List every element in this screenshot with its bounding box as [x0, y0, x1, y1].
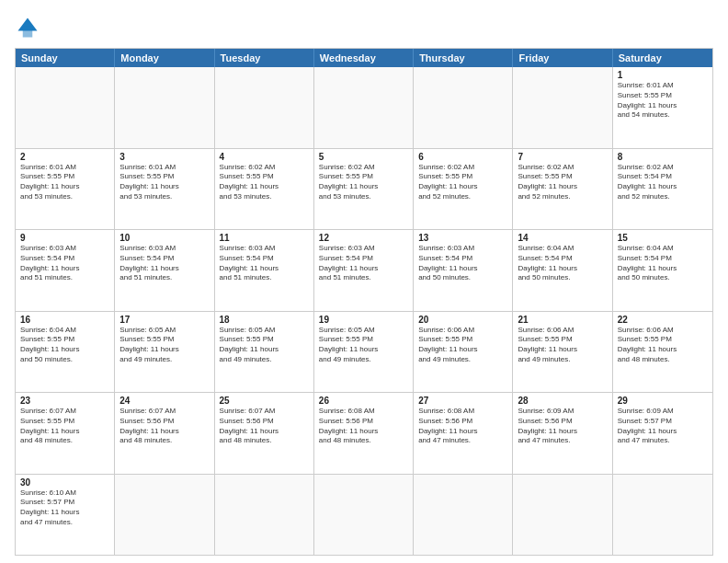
- day-info: Sunrise: 6:10 AM Sunset: 5:57 PM Dayligh…: [20, 488, 109, 528]
- cal-cell-11: 11Sunrise: 6:03 AM Sunset: 5:54 PM Dayli…: [215, 230, 314, 311]
- day-number: 3: [119, 152, 209, 162]
- day-number: 30: [20, 477, 109, 488]
- day-number: 20: [418, 315, 507, 325]
- day-info: Sunrise: 6:07 AM Sunset: 5:55 PM Dayligh…: [20, 407, 109, 446]
- cal-cell-12: 12Sunrise: 6:03 AM Sunset: 5:54 PM Dayli…: [314, 230, 414, 311]
- cal-cell-empty-3: [314, 475, 414, 556]
- header-day-wednesday: Wednesday: [314, 49, 414, 67]
- page: SundayMondayTuesdayWednesdayThursdayFrid…: [0, 0, 728, 563]
- cal-cell-2: 2Sunrise: 6:01 AM Sunset: 5:55 PM Daylig…: [16, 149, 115, 230]
- svg-marker-1: [23, 26, 33, 37]
- day-number: 1: [618, 70, 708, 80]
- cal-cell-19: 19Sunrise: 6:05 AM Sunset: 5:55 PM Dayli…: [314, 312, 414, 393]
- day-number: 29: [618, 396, 708, 406]
- day-number: 18: [220, 315, 309, 325]
- cal-cell-13: 13Sunrise: 6:03 AM Sunset: 5:54 PM Dayli…: [414, 230, 513, 311]
- day-number: 14: [518, 233, 607, 243]
- day-info: Sunrise: 6:05 AM Sunset: 5:55 PM Dayligh…: [119, 326, 209, 365]
- cal-cell-17: 17Sunrise: 6:05 AM Sunset: 5:55 PM Dayli…: [115, 312, 214, 393]
- cal-row-1: 2Sunrise: 6:01 AM Sunset: 5:55 PM Daylig…: [16, 149, 712, 231]
- day-info: Sunrise: 6:06 AM Sunset: 5:55 PM Dayligh…: [618, 326, 708, 365]
- cal-cell-24: 24Sunrise: 6:07 AM Sunset: 5:56 PM Dayli…: [115, 393, 214, 474]
- day-info: Sunrise: 6:09 AM Sunset: 5:56 PM Dayligh…: [518, 407, 607, 446]
- day-info: Sunrise: 6:03 AM Sunset: 5:54 PM Dayligh…: [220, 244, 309, 283]
- day-number: 28: [518, 396, 607, 406]
- cal-cell-empty-6: [613, 475, 712, 556]
- cal-cell-empty-2: [215, 475, 314, 556]
- cal-cell-16: 16Sunrise: 6:04 AM Sunset: 5:55 PM Dayli…: [16, 312, 115, 393]
- calendar-header: SundayMondayTuesdayWednesdayThursdayFrid…: [16, 49, 712, 67]
- day-info: Sunrise: 6:06 AM Sunset: 5:55 PM Dayligh…: [418, 326, 507, 365]
- cal-cell-empty-2: [215, 67, 314, 148]
- day-number: 10: [119, 233, 209, 243]
- cal-cell-6: 6Sunrise: 6:02 AM Sunset: 5:55 PM Daylig…: [414, 149, 513, 230]
- cal-cell-empty-5: [513, 475, 612, 556]
- cal-cell-empty-1: [115, 475, 214, 556]
- cal-cell-9: 9Sunrise: 6:03 AM Sunset: 5:54 PM Daylig…: [16, 230, 115, 311]
- day-info: Sunrise: 6:04 AM Sunset: 5:55 PM Dayligh…: [20, 326, 109, 365]
- cal-cell-22: 22Sunrise: 6:06 AM Sunset: 5:55 PM Dayli…: [613, 312, 712, 393]
- cal-cell-3: 3Sunrise: 6:01 AM Sunset: 5:55 PM Daylig…: [115, 149, 214, 230]
- cal-cell-empty-4: [414, 475, 513, 556]
- day-number: 15: [618, 233, 708, 243]
- day-number: 4: [220, 152, 309, 162]
- day-number: 16: [20, 315, 109, 325]
- cal-cell-empty-5: [513, 67, 612, 148]
- day-info: Sunrise: 6:03 AM Sunset: 5:54 PM Dayligh…: [418, 244, 507, 283]
- cal-cell-5: 5Sunrise: 6:02 AM Sunset: 5:55 PM Daylig…: [314, 149, 414, 230]
- cal-cell-23: 23Sunrise: 6:07 AM Sunset: 5:55 PM Dayli…: [16, 393, 115, 474]
- day-info: Sunrise: 6:07 AM Sunset: 5:56 PM Dayligh…: [220, 407, 309, 446]
- day-number: 27: [418, 396, 507, 406]
- day-number: 6: [418, 152, 507, 162]
- day-number: 19: [319, 315, 408, 325]
- day-number: 11: [220, 233, 309, 243]
- day-info: Sunrise: 6:02 AM Sunset: 5:54 PM Dayligh…: [618, 163, 708, 202]
- header-day-friday: Friday: [513, 49, 612, 67]
- header-day-sunday: Sunday: [16, 49, 115, 67]
- day-info: Sunrise: 6:01 AM Sunset: 5:55 PM Dayligh…: [20, 163, 109, 202]
- day-number: 17: [119, 315, 209, 325]
- cal-row-3: 16Sunrise: 6:04 AM Sunset: 5:55 PM Dayli…: [16, 312, 712, 394]
- day-number: 9: [20, 233, 109, 243]
- day-number: 25: [220, 396, 309, 406]
- day-info: Sunrise: 6:03 AM Sunset: 5:54 PM Dayligh…: [20, 244, 109, 283]
- header-day-saturday: Saturday: [613, 49, 712, 67]
- day-info: Sunrise: 6:02 AM Sunset: 5:55 PM Dayligh…: [518, 163, 607, 202]
- header-day-tuesday: Tuesday: [215, 49, 314, 67]
- day-info: Sunrise: 6:02 AM Sunset: 5:55 PM Dayligh…: [319, 163, 408, 202]
- day-info: Sunrise: 6:08 AM Sunset: 5:56 PM Dayligh…: [418, 407, 507, 446]
- day-info: Sunrise: 6:08 AM Sunset: 5:56 PM Dayligh…: [319, 407, 408, 446]
- header-day-thursday: Thursday: [414, 49, 513, 67]
- calendar: SundayMondayTuesdayWednesdayThursdayFrid…: [15, 48, 713, 556]
- cal-cell-8: 8Sunrise: 6:02 AM Sunset: 5:54 PM Daylig…: [613, 149, 712, 230]
- cal-cell-empty-4: [414, 67, 513, 148]
- logo-icon: [15, 15, 40, 40]
- cal-cell-1: 1Sunrise: 6:01 AM Sunset: 5:55 PM Daylig…: [613, 67, 712, 148]
- day-number: 22: [618, 315, 708, 325]
- cal-cell-25: 25Sunrise: 6:07 AM Sunset: 5:56 PM Dayli…: [215, 393, 314, 474]
- day-info: Sunrise: 6:02 AM Sunset: 5:55 PM Dayligh…: [418, 163, 507, 202]
- cal-cell-7: 7Sunrise: 6:02 AM Sunset: 5:55 PM Daylig…: [513, 149, 612, 230]
- cal-cell-empty-3: [314, 67, 414, 148]
- day-info: Sunrise: 6:02 AM Sunset: 5:55 PM Dayligh…: [220, 163, 309, 202]
- day-info: Sunrise: 6:03 AM Sunset: 5:54 PM Dayligh…: [319, 244, 408, 283]
- cal-cell-20: 20Sunrise: 6:06 AM Sunset: 5:55 PM Dayli…: [414, 312, 513, 393]
- day-info: Sunrise: 6:05 AM Sunset: 5:55 PM Dayligh…: [319, 326, 408, 365]
- day-number: 26: [319, 396, 408, 406]
- day-number: 8: [618, 152, 708, 162]
- cal-cell-18: 18Sunrise: 6:05 AM Sunset: 5:55 PM Dayli…: [215, 312, 314, 393]
- cal-row-2: 9Sunrise: 6:03 AM Sunset: 5:54 PM Daylig…: [16, 230, 712, 312]
- cal-cell-14: 14Sunrise: 6:04 AM Sunset: 5:54 PM Dayli…: [513, 230, 612, 311]
- calendar-body: 1Sunrise: 6:01 AM Sunset: 5:55 PM Daylig…: [16, 67, 712, 555]
- day-number: 5: [319, 152, 408, 162]
- day-number: 7: [518, 152, 607, 162]
- day-info: Sunrise: 6:04 AM Sunset: 5:54 PM Dayligh…: [518, 244, 607, 283]
- day-number: 24: [119, 396, 209, 406]
- cal-cell-4: 4Sunrise: 6:02 AM Sunset: 5:55 PM Daylig…: [215, 149, 314, 230]
- header-day-monday: Monday: [115, 49, 214, 67]
- day-info: Sunrise: 6:07 AM Sunset: 5:56 PM Dayligh…: [119, 407, 209, 446]
- day-info: Sunrise: 6:01 AM Sunset: 5:55 PM Dayligh…: [618, 81, 708, 121]
- cal-cell-29: 29Sunrise: 6:09 AM Sunset: 5:57 PM Dayli…: [613, 393, 712, 474]
- cal-cell-28: 28Sunrise: 6:09 AM Sunset: 5:56 PM Dayli…: [513, 393, 612, 474]
- cal-cell-empty-1: [115, 67, 214, 148]
